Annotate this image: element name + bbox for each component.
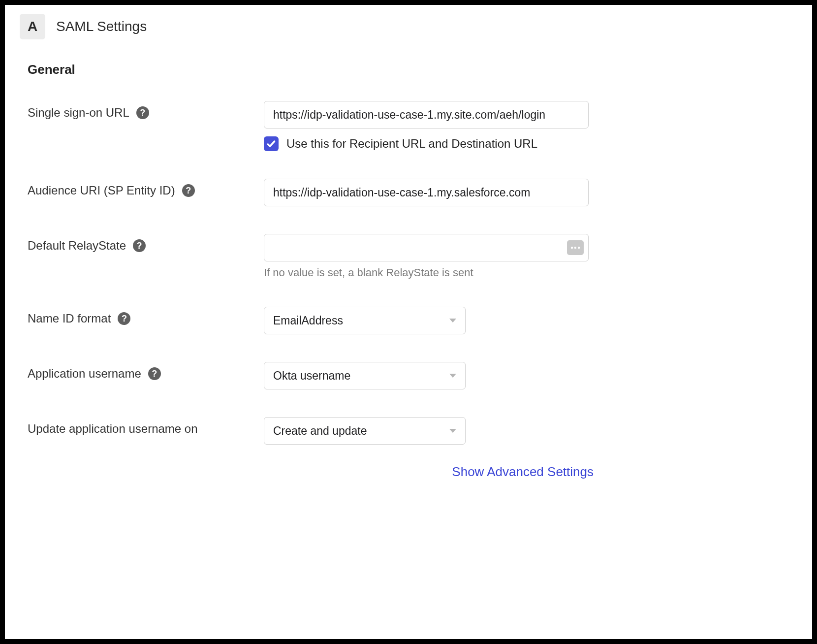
show-advanced-settings-link[interactable]: Show Advanced Settings bbox=[452, 464, 594, 480]
label-audience-uri: Audience URI (SP Entity ID) bbox=[28, 184, 175, 197]
relay-state-helper: If no value is set, a blank RelayState i… bbox=[264, 266, 606, 279]
update-on-value: Create and update bbox=[273, 424, 367, 438]
label-update-on: Update application username on bbox=[28, 422, 198, 436]
audience-uri-input[interactable] bbox=[264, 179, 589, 206]
header-badge: A bbox=[20, 14, 45, 39]
panel-header: A SAML Settings bbox=[5, 14, 606, 39]
relay-state-expand-button[interactable] bbox=[567, 240, 584, 255]
row-app-username: Application username ? Okta username bbox=[28, 362, 606, 389]
use-for-recipient-dest-label: Use this for Recipient URL and Destinati… bbox=[286, 137, 537, 151]
help-icon[interactable]: ? bbox=[136, 106, 149, 119]
section-heading-general: General bbox=[28, 62, 606, 77]
row-update-on: Update application username on Create an… bbox=[28, 417, 606, 445]
app-username-value: Okta username bbox=[273, 369, 350, 383]
help-icon[interactable]: ? bbox=[148, 367, 161, 380]
saml-settings-panel: A SAML Settings General Single sign-on U… bbox=[0, 0, 817, 644]
row-sso-url: Single sign-on URL ? Use this for Recipi… bbox=[28, 101, 606, 151]
update-on-select[interactable]: Create and update bbox=[264, 417, 466, 445]
dots-icon bbox=[571, 247, 573, 249]
chevron-down-icon bbox=[449, 374, 456, 378]
row-relay-state: Default RelayState ? If no value is set,… bbox=[28, 234, 606, 279]
label-app-username: Application username bbox=[28, 367, 141, 381]
name-id-format-select[interactable]: EmailAddress bbox=[264, 307, 466, 334]
label-name-id-format: Name ID format bbox=[28, 312, 111, 325]
label-sso-url: Single sign-on URL bbox=[28, 106, 129, 120]
app-username-select[interactable]: Okta username bbox=[264, 362, 466, 389]
check-icon bbox=[266, 139, 276, 149]
use-for-recipient-dest-checkbox[interactable] bbox=[264, 136, 279, 151]
chevron-down-icon bbox=[449, 429, 456, 433]
relay-state-input[interactable] bbox=[264, 234, 589, 261]
row-name-id-format: Name ID format ? EmailAddress bbox=[28, 307, 606, 334]
help-icon[interactable]: ? bbox=[118, 312, 130, 325]
sso-url-input[interactable] bbox=[264, 101, 589, 129]
help-icon[interactable]: ? bbox=[133, 239, 146, 252]
chevron-down-icon bbox=[449, 319, 456, 322]
panel-title: SAML Settings bbox=[56, 19, 147, 34]
name-id-format-value: EmailAddress bbox=[273, 314, 343, 327]
help-icon[interactable]: ? bbox=[182, 184, 195, 197]
label-relay-state: Default RelayState bbox=[28, 239, 126, 253]
row-audience-uri: Audience URI (SP Entity ID) ? bbox=[28, 179, 606, 206]
